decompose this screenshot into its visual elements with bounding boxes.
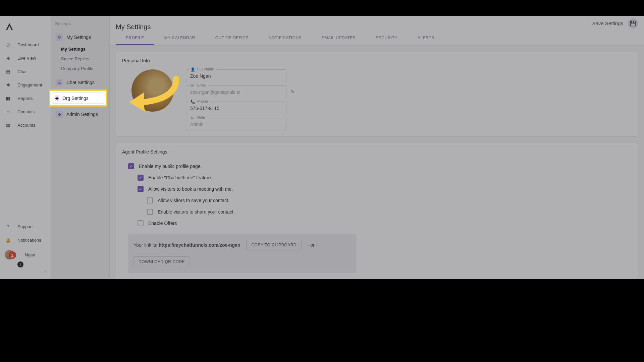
profile-link: https://mychatfunnels.com/zoe-ngan bbox=[159, 242, 240, 248]
sidebar-label: Chat Settings bbox=[66, 80, 95, 85]
sidebar-label: My Settings bbox=[66, 35, 91, 40]
nav-label: Dashboard bbox=[17, 42, 39, 47]
accounts-icon: ▦ bbox=[5, 122, 11, 128]
role-field: 🏷 Role bbox=[186, 118, 286, 130]
download-qr-button[interactable]: DOWNLOAD QR CODE bbox=[133, 256, 190, 267]
save-settings[interactable]: Save Settings 💾 bbox=[592, 18, 638, 28]
sidebar-chat-settings[interactable]: ☰Chat Settings bbox=[54, 76, 106, 89]
edit-email-icon[interactable]: ✎ bbox=[290, 89, 295, 95]
bell-icon: 🔔 bbox=[5, 237, 11, 243]
save-label: Save Settings bbox=[592, 20, 623, 26]
sidebar-sub-saved-replies[interactable]: Saved Replies bbox=[54, 54, 106, 64]
app-logo bbox=[5, 22, 14, 31]
contacts-icon: ◘ bbox=[5, 108, 11, 115]
email-icon: ✉ bbox=[190, 83, 195, 88]
phone-icon: 📞 bbox=[190, 100, 196, 104]
tab-out-of-office[interactable]: OUT OF OFFICE bbox=[205, 31, 259, 45]
tab-my-calendar[interactable]: MY CALENDAR bbox=[154, 31, 205, 45]
nav-label: Contacts bbox=[17, 109, 35, 114]
sidebar-sub-my-settings[interactable]: My Settings bbox=[54, 44, 106, 54]
checkbox-icon bbox=[147, 209, 153, 215]
nav-label: Engagement bbox=[17, 82, 42, 87]
email-input bbox=[190, 89, 282, 95]
nav-label: Live View bbox=[17, 56, 36, 61]
chat-icon: ▤ bbox=[5, 68, 11, 75]
checkbox-option[interactable]: Allow visitors to book a meeting with me… bbox=[138, 183, 632, 195]
tabs: PROFILE MY CALENDAR OUT OF OFFICE NOTIFI… bbox=[110, 31, 644, 45]
nav-support[interactable]: ?Support bbox=[0, 220, 51, 233]
nav-reports[interactable]: ▮▮Reports bbox=[0, 92, 51, 105]
settings-sidebar: Settings ⚙My Settings My Settings Saved … bbox=[51, 16, 110, 279]
user-name: Ngan bbox=[25, 252, 35, 257]
nav-engagement[interactable]: ✱Engagement bbox=[0, 78, 51, 92]
checkbox-option[interactable]: Allow visitors to save your contact. bbox=[147, 195, 632, 206]
checkbox-option[interactable]: Enable Offers bbox=[138, 218, 632, 229]
save-icon: 💾 bbox=[628, 18, 638, 28]
sidebar-sub-company-profile[interactable]: Company Profile bbox=[54, 64, 106, 73]
tab-alerts[interactable]: ALERTS bbox=[408, 31, 444, 45]
full-name-field[interactable]: 👤 Full Name bbox=[186, 69, 286, 82]
dashboard-icon: ◷ bbox=[5, 41, 11, 48]
help-icon: ? bbox=[5, 223, 11, 230]
tab-email-updates[interactable]: EMAIL UPDATES bbox=[312, 31, 366, 45]
checkbox-label: Enable "Chat with me" feature. bbox=[148, 175, 212, 180]
agent-profile-header: Agent Profile Settings bbox=[122, 149, 632, 155]
sidebar-org-settings[interactable]: Org Settings bbox=[62, 96, 89, 101]
status-dot: g. bbox=[9, 251, 16, 259]
full-name-input[interactable] bbox=[190, 73, 282, 79]
nav-contacts[interactable]: ◘Contacts bbox=[0, 105, 51, 118]
main-panel: My Settings Save Settings 💾 PROFILE MY C… bbox=[110, 16, 644, 279]
nav-chat[interactable]: ▤Chat bbox=[0, 65, 51, 78]
content-area: Personal Info 👤 Full Name bbox=[110, 46, 644, 279]
checkbox-icon bbox=[138, 220, 144, 226]
tab-notifications[interactable]: NOTIFICATIONS bbox=[259, 31, 312, 45]
tab-security[interactable]: SECURITY bbox=[366, 31, 408, 45]
checkbox-label: Allow visitors to save your contact. bbox=[158, 198, 229, 203]
gear-icon: ⚙ bbox=[56, 34, 63, 41]
profile-link-bar: Your link is: https://mychatfunnels.com/… bbox=[128, 234, 356, 273]
field-label: Full Name bbox=[196, 67, 216, 71]
checkbox-option[interactable]: Enable "Chat with me" feature. bbox=[138, 172, 632, 183]
sidebar-my-settings[interactable]: ⚙My Settings bbox=[54, 31, 106, 44]
collapse-nav-button[interactable]: ‹ bbox=[0, 267, 51, 279]
org-icon: ◈ bbox=[55, 95, 59, 101]
chat-settings-icon: ☰ bbox=[56, 79, 63, 86]
nav-live-view[interactable]: ◉Live View bbox=[0, 51, 51, 65]
tab-profile[interactable]: PROFILE bbox=[116, 31, 154, 45]
nav-label: Accounts bbox=[17, 123, 35, 128]
field-label: Email bbox=[196, 83, 208, 87]
profile-avatar[interactable] bbox=[131, 69, 174, 112]
role-input bbox=[190, 122, 282, 127]
field-label: Phone bbox=[196, 99, 210, 103]
checkbox-icon bbox=[138, 186, 144, 192]
nav-dashboard[interactable]: ◷Dashboard bbox=[0, 38, 51, 51]
sidebar-admin-settings[interactable]: ◆Admin Settings bbox=[54, 108, 106, 121]
field-label: Role bbox=[196, 115, 207, 119]
personal-info-header: Personal Info bbox=[122, 58, 632, 63]
nav-label: Notifications bbox=[17, 238, 41, 243]
nav-user[interactable]: g. Ngan bbox=[0, 247, 51, 263]
checkbox-label: Enable visitors to share your contact. bbox=[158, 209, 235, 215]
checkbox-option[interactable]: Enable my public profile page. bbox=[128, 161, 632, 172]
live-view-icon: ◉ bbox=[5, 55, 11, 61]
nav-label: Reports bbox=[17, 96, 33, 101]
nav-label: Support bbox=[17, 224, 33, 229]
checkbox-icon bbox=[128, 163, 134, 169]
checkbox-option[interactable]: Enable visitors to share your contact. bbox=[147, 206, 632, 218]
checkbox-icon bbox=[147, 197, 153, 203]
link-prefix: Your link is: https://mychatfunnels.com/… bbox=[133, 242, 240, 248]
settings-header: Settings bbox=[54, 21, 106, 26]
checkbox-label: Enable Offers bbox=[148, 221, 177, 226]
sidebar-label: Admin Settings bbox=[66, 112, 98, 117]
agent-profile-card: Agent Profile Settings Enable my public … bbox=[116, 143, 638, 279]
nav-label: Chat bbox=[17, 69, 26, 74]
main-header: My Settings Save Settings 💾 PROFILE MY C… bbox=[110, 16, 644, 46]
or-divider: - or - bbox=[308, 242, 318, 248]
phone-input[interactable] bbox=[190, 106, 282, 111]
primary-nav: ◷Dashboard ◉Live View ▤Chat ✱Engagement … bbox=[0, 16, 51, 279]
nav-accounts[interactable]: ▦Accounts bbox=[0, 118, 51, 132]
nav-notifications[interactable]: 🔔Notifications bbox=[0, 233, 51, 247]
email-field: ✉ Email bbox=[186, 85, 286, 98]
phone-field[interactable]: 📞 Phone bbox=[186, 102, 286, 114]
copy-to-clipboard-button[interactable]: COPY TO CLIPBOARD bbox=[246, 240, 302, 250]
